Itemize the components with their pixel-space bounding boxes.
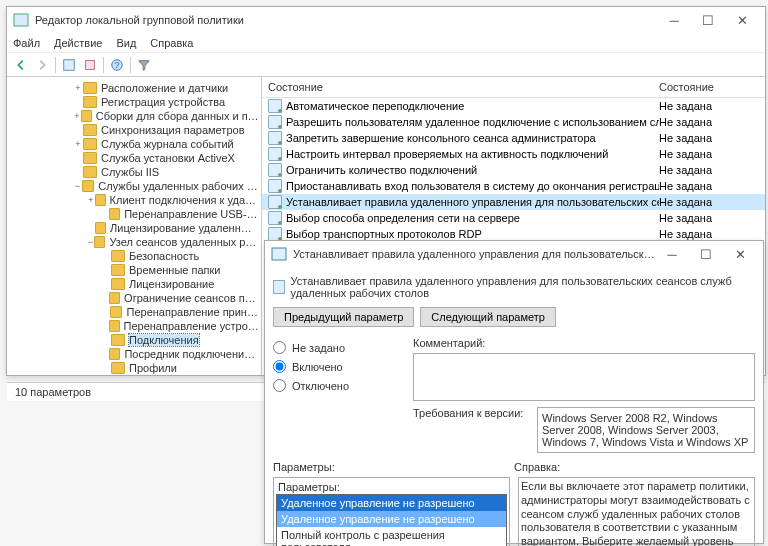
- requirements-label: Требования к версии:: [413, 407, 531, 453]
- tree-node[interactable]: Службы IIS: [9, 165, 259, 179]
- tree-node[interactable]: Перенаправление USB-устройств: [9, 207, 259, 221]
- list-row[interactable]: Автоматическое переподключениеНе задана: [262, 98, 765, 114]
- tree-node[interactable]: Синхронизация параметров: [9, 123, 259, 137]
- requirements-box: Windows Server 2008 R2, Windows Server 2…: [537, 407, 755, 453]
- radio-not-configured[interactable]: Не задано: [273, 341, 403, 354]
- svg-rect-1: [64, 59, 75, 70]
- tree-node[interactable]: Посредник подключений к удал...: [9, 347, 259, 361]
- list-row[interactable]: Устанавливает правила удаленного управле…: [262, 194, 765, 210]
- dialog-title: Устанавливает правила удаленного управле…: [293, 248, 655, 260]
- next-setting-button[interactable]: Следующий параметр: [420, 307, 556, 327]
- dlg-maximize-button[interactable]: ☐: [689, 243, 723, 265]
- menu-file[interactable]: Файл: [13, 37, 40, 49]
- setting-icon: [268, 99, 282, 113]
- maximize-button[interactable]: ☐: [691, 9, 725, 31]
- tree-node[interactable]: Лицензирование удаленных рабочи...: [9, 221, 259, 235]
- titlebar[interactable]: Редактор локальной групповой политики ─ …: [7, 7, 765, 33]
- list-row[interactable]: Приостанавливать вход пользователя в сис…: [262, 178, 765, 194]
- dlg-close-button[interactable]: ✕: [723, 243, 757, 265]
- comment-label: Комментарий:: [413, 337, 485, 349]
- select-option[interactable]: Полный контроль с разрешения пользовател…: [277, 527, 506, 546]
- filter-button[interactable]: [134, 56, 154, 74]
- tree-node[interactable]: −Узел сеансов удаленных рабочих сто...: [9, 235, 259, 249]
- setting-icon: [268, 115, 282, 129]
- select-option[interactable]: Удаленное управление не разрешено: [277, 511, 506, 527]
- window-title: Редактор локальной групповой политики: [35, 14, 244, 26]
- svg-rect-5: [272, 248, 286, 260]
- policy-dialog: Устанавливает правила удаленного управле…: [264, 240, 764, 544]
- svg-text:?: ?: [114, 58, 119, 69]
- tree-node[interactable]: +Клиент подключения к удаленному р...: [9, 193, 259, 207]
- col-state-1[interactable]: Состояние: [268, 81, 659, 93]
- comment-textarea[interactable]: [413, 353, 755, 401]
- tree-node[interactable]: Временные папки: [9, 263, 259, 277]
- app-icon: [13, 12, 29, 28]
- policy-icon: [271, 246, 287, 262]
- tree-node[interactable]: Регистрация устройства: [9, 95, 259, 109]
- forward-button[interactable]: [32, 56, 52, 74]
- tree-node[interactable]: Служба установки ActiveX: [9, 151, 259, 165]
- tree-node[interactable]: +Служба журнала событий: [9, 137, 259, 151]
- radio-enabled[interactable]: Включено: [273, 360, 403, 373]
- close-button[interactable]: ✕: [725, 9, 759, 31]
- params-panel: Параметры: Удаленное управление не разре…: [273, 477, 510, 546]
- menubar: Файл Действие Вид Справка: [7, 33, 765, 53]
- params-select[interactable]: Удаленное управление не разрешено Удален…: [276, 494, 507, 546]
- list-row[interactable]: Разрешить пользователям удаленное подклю…: [262, 114, 765, 130]
- help-button[interactable]: ?: [107, 56, 127, 74]
- setting-icon: [268, 195, 282, 209]
- list-row[interactable]: Ограничить количество подключенийНе зада…: [262, 162, 765, 178]
- setting-icon: [268, 131, 282, 145]
- dialog-titlebar[interactable]: Устанавливает правила удаленного управле…: [265, 241, 763, 267]
- list-row[interactable]: Выбор способа определения сети на сервер…: [262, 210, 765, 226]
- policy-setting-icon: [273, 280, 285, 294]
- tree-pane[interactable]: +Расположение и датчики Регистрация устр…: [7, 77, 262, 375]
- tree-node[interactable]: Безопасность: [9, 249, 259, 263]
- params-label: Параметры:: [273, 461, 514, 473]
- tree-node[interactable]: Профили: [9, 361, 259, 375]
- help-panel: Если вы включаете этот параметр политики…: [518, 477, 755, 546]
- menu-help[interactable]: Справка: [150, 37, 193, 49]
- prev-setting-button[interactable]: Предыдущий параметр: [273, 307, 414, 327]
- list-header: Состояние Состояние: [262, 77, 765, 98]
- setting-icon: [268, 163, 282, 177]
- tree-node[interactable]: Подключения: [9, 333, 259, 347]
- menu-view[interactable]: Вид: [116, 37, 136, 49]
- menu-action[interactable]: Действие: [54, 37, 102, 49]
- radio-disabled[interactable]: Отключено: [273, 379, 403, 392]
- tree-node[interactable]: −Службы удаленных рабочих столов: [9, 179, 259, 193]
- svg-rect-2: [86, 60, 95, 69]
- tree-node[interactable]: +Сборки для сбора данных и предварите...: [9, 109, 259, 123]
- svg-rect-0: [14, 14, 28, 26]
- col-state-2[interactable]: Состояние: [659, 81, 759, 93]
- help-label: Справка:: [514, 461, 755, 473]
- list-row[interactable]: Настроить интервал проверяемых на активн…: [262, 146, 765, 162]
- tree-node[interactable]: +Расположение и датчики: [9, 81, 259, 95]
- dlg-minimize-button[interactable]: ─: [655, 243, 689, 265]
- properties-button[interactable]: [59, 56, 79, 74]
- tree-node[interactable]: Перенаправление устройств и ре...: [9, 319, 259, 333]
- setting-icon: [268, 211, 282, 225]
- setting-icon: [268, 147, 282, 161]
- list-row[interactable]: Запретить завершение консольного сеанса …: [262, 130, 765, 146]
- setting-icon: [268, 227, 282, 241]
- tree-node[interactable]: Ограничение сеансов по времени: [9, 291, 259, 305]
- setting-icon: [268, 179, 282, 193]
- policy-name: Устанавливает правила удаленного управле…: [291, 275, 755, 299]
- minimize-button[interactable]: ─: [657, 9, 691, 31]
- toolbar: ?: [7, 53, 765, 77]
- select-label: Параметры:: [276, 480, 507, 494]
- tree-node[interactable]: Перенаправление принтеров: [9, 305, 259, 319]
- export-button[interactable]: [80, 56, 100, 74]
- select-selected[interactable]: Удаленное управление не разрешено: [277, 495, 506, 511]
- tree-node[interactable]: Лицензирование: [9, 277, 259, 291]
- back-button[interactable]: [11, 56, 31, 74]
